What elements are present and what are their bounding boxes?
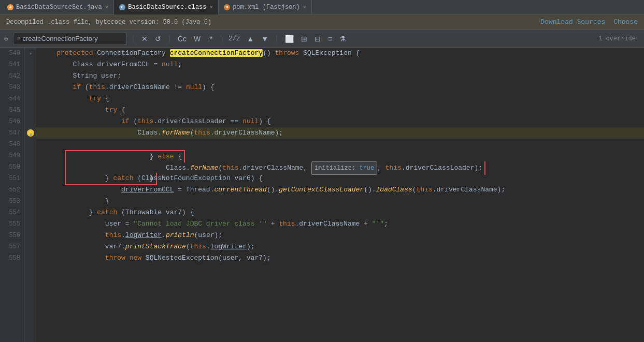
code-line-556: this.logWriter.println(user); <box>36 230 644 241</box>
next-match-button[interactable]: ▼ <box>259 34 270 44</box>
space-558 <box>125 254 130 262</box>
kw-this-543: this <box>89 83 105 91</box>
dot-543: .driverClassName != <box>105 83 186 91</box>
user-555: user = <box>105 220 134 228</box>
paren-554: (Throwable var7) { <box>117 209 194 216</box>
bulb-icon[interactable]: 💡 <box>27 129 34 137</box>
code-lines: protected ConnectionFactory createConnec… <box>36 48 644 342</box>
gutter-550 <box>25 161 36 173</box>
call2-552: (). <box>364 186 376 194</box>
code-line-546: if (this.driverClassLoader == null) { <box>36 116 644 127</box>
kw-this-552: this <box>417 186 433 194</box>
kw-this-546: this <box>137 117 153 125</box>
string2-555: "'" <box>372 220 384 228</box>
tab-bar: J BasicDataSourceSec.java ✕ C BasicDataS… <box>0 0 644 14</box>
gutter-554 <box>25 207 36 218</box>
kw-this-556: this <box>105 231 121 239</box>
code-line-555: user = "Cannot load JDBC driver class '"… <box>36 218 644 230</box>
tab-basic-data-source-sec[interactable]: J BasicDataSourceSec.java ✕ <box>2 0 114 14</box>
clear-search-button[interactable]: ✕ <box>139 34 150 44</box>
line-num-556: 556 <box>9 230 20 241</box>
prev-match-button[interactable]: ▲ <box>245 34 256 44</box>
search-input[interactable] <box>22 35 116 42</box>
code-line-542: String user; <box>36 70 644 82</box>
fold-icon-540[interactable]: ▾ <box>29 50 33 57</box>
gutter-542 <box>25 70 36 82</box>
filter-button[interactable]: ⚗ <box>337 34 348 44</box>
code-line-554: } catch (Throwable var7) { <box>36 207 644 218</box>
code-area: 540 541 542 543 544 545 546 547 548 549 … <box>0 48 644 342</box>
code-line-553: } <box>36 196 644 207</box>
string-555: "Cannot load JDBC driver class '" <box>133 220 266 228</box>
exc-558: SQLNestedException(user, var7); <box>141 254 271 262</box>
tab-close-1[interactable]: ✕ <box>105 4 109 10</box>
user-542: user; <box>97 72 121 80</box>
gutter-540: ▾ <box>25 48 36 59</box>
code-line-552: driverFromCCL = Thread.currentThread().g… <box>36 184 644 196</box>
line-numbers-gutter: 540 541 542 543 544 545 546 547 548 549 … <box>0 48 25 342</box>
line-num-553: 553 <box>9 196 20 207</box>
field-logwriter-556: logWriter <box>125 231 162 239</box>
type-thread-552: Thread <box>186 186 210 194</box>
param-556: (user); <box>194 231 223 239</box>
kw-null-541: null <box>162 61 178 68</box>
gutter-552 <box>25 184 36 196</box>
line-num-549: 549 <box>9 150 20 161</box>
regex-button[interactable]: .* <box>206 34 214 44</box>
line-num-550: 550 <box>9 161 20 173</box>
download-sources-link[interactable]: Download Sources <box>540 18 605 26</box>
word-button[interactable]: W <box>192 34 203 44</box>
java-icon: J <box>7 4 13 10</box>
gutter-544 <box>25 93 36 105</box>
field-555: .driverClassName + <box>295 220 372 228</box>
kw-this-555: this <box>279 220 295 228</box>
choose-link[interactable]: Choose <box>613 18 638 26</box>
kw-catch-551: catch <box>113 174 133 182</box>
search-input-wrap[interactable]: ⌕ <box>13 33 127 45</box>
type-string-542: String <box>73 72 97 80</box>
code-line-548: } else { <box>36 139 644 150</box>
type-class-547: Class <box>137 129 158 137</box>
gutter-545 <box>25 105 36 116</box>
tab-close-2[interactable]: ✕ <box>210 4 213 10</box>
line-num-545: 545 <box>9 105 20 116</box>
brace-553: } <box>105 197 109 205</box>
method-current-552: currentThread <box>214 186 266 194</box>
catch-554: } <box>89 209 97 216</box>
paren-557: ( <box>186 243 190 250</box>
align-button[interactable]: ≡ <box>326 34 334 44</box>
history-button[interactable]: ↺ <box>153 34 163 44</box>
gutter-556 <box>25 230 36 241</box>
search-query-icon: ◎ <box>4 35 8 42</box>
gutter-551 <box>25 173 36 184</box>
tab-close-3[interactable]: ✕ <box>303 4 307 10</box>
dot-557: . <box>206 243 210 250</box>
match-case-button[interactable]: Cc <box>176 34 189 44</box>
line-num-552: 552 <box>9 184 20 196</box>
var7-557: var7. <box>105 243 125 250</box>
notice-text: Decompiled .class file, bytecode version… <box>6 19 211 26</box>
kw-this-557: this <box>190 243 206 250</box>
line-num-548: 548 <box>9 139 20 150</box>
notice-bar: Decompiled .class file, bytecode version… <box>0 14 644 30</box>
tab-pom-xml[interactable]: m pom.xml (Fastjson) ✕ <box>219 0 312 14</box>
paren-552: ( <box>412 186 417 194</box>
override-text: 1 override <box>598 35 636 42</box>
paren: () <box>263 49 275 57</box>
tab-label-2: BasicDataSource.class <box>128 4 206 11</box>
multi-line-button[interactable]: ⊞ <box>299 34 309 44</box>
param-557: ); <box>247 243 255 250</box>
gutter-543 <box>25 82 36 93</box>
concat-555: + <box>267 220 279 228</box>
gutter-541 <box>25 59 36 70</box>
line-num-557: 557 <box>9 241 20 252</box>
gutter-547: 💡 <box>25 127 36 139</box>
options-button[interactable]: ⊟ <box>312 34 323 44</box>
line-num-555: 555 <box>9 218 20 230</box>
sep4: | <box>275 35 279 42</box>
method-forname-547: forName <box>162 129 190 137</box>
tab-basic-data-source-class[interactable]: C BasicDataSource.class ✕ <box>114 0 219 14</box>
search-icon: ⌕ <box>17 35 20 42</box>
single-line-button[interactable]: ⬜ <box>283 34 296 44</box>
line-num-551: 551 <box>9 173 20 184</box>
